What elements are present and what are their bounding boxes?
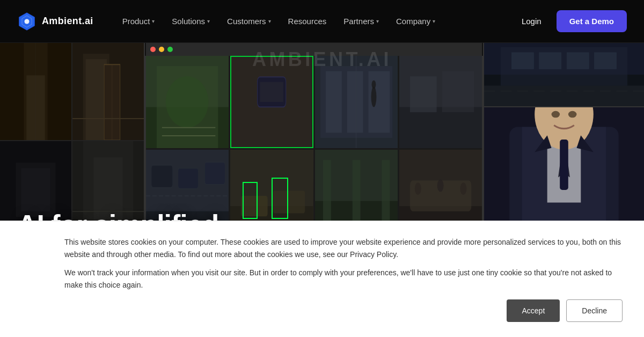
navbar: Ambient.ai Product ▾ Solutions ▾ Custome… bbox=[0, 0, 644, 43]
cam-cell-2 bbox=[72, 43, 144, 140]
nav-resources-label: Resources bbox=[288, 17, 327, 26]
svg-point-70 bbox=[437, 179, 443, 192]
logo[interactable]: Ambient.ai bbox=[17, 12, 93, 31]
cookie-text-secondary: We won't track your information when you… bbox=[64, 267, 623, 291]
svg-rect-102 bbox=[511, 53, 533, 69]
svg-rect-47 bbox=[399, 107, 482, 148]
svg-rect-54 bbox=[178, 168, 199, 188]
svg-rect-96 bbox=[560, 140, 568, 190]
svg-rect-5 bbox=[26, 75, 45, 140]
svg-point-2 bbox=[25, 19, 30, 24]
nav-partners-label: Partners bbox=[343, 17, 374, 26]
grid-cell-1 bbox=[146, 56, 229, 148]
svg-rect-105 bbox=[595, 53, 617, 69]
grid-cell-4 bbox=[399, 56, 482, 148]
nav-company[interactable]: Company ▾ bbox=[389, 12, 443, 30]
cookie-text-primary: This website stores cookies on your comp… bbox=[64, 236, 623, 260]
nav-product-label: Product bbox=[122, 17, 150, 26]
svg-rect-53 bbox=[151, 165, 173, 188]
svg-point-32 bbox=[166, 76, 209, 128]
cookie-actions: Accept Decline bbox=[64, 299, 623, 322]
svg-point-69 bbox=[415, 182, 421, 195]
svg-rect-48 bbox=[410, 76, 437, 112]
top-right-cam bbox=[484, 43, 644, 107]
nav-customers[interactable]: Customers ▾ bbox=[219, 12, 279, 30]
svg-rect-55 bbox=[204, 162, 225, 185]
svg-point-44 bbox=[371, 86, 376, 107]
nav-solutions-label: Solutions bbox=[172, 17, 205, 26]
nav-company-label: Company bbox=[396, 17, 430, 26]
nav-actions: Login Get a Demo bbox=[515, 10, 627, 32]
get-demo-button[interactable]: Get a Demo bbox=[557, 10, 627, 32]
customers-chevron-icon: ▾ bbox=[268, 18, 271, 24]
svg-rect-41 bbox=[347, 71, 363, 133]
nav-resources[interactable]: Resources bbox=[281, 12, 334, 30]
brand-name: Ambient.ai bbox=[42, 16, 93, 27]
svg-point-95 bbox=[568, 111, 577, 118]
solutions-chevron-icon: ▾ bbox=[207, 18, 210, 24]
logo-icon bbox=[17, 12, 36, 31]
nav-customers-label: Customers bbox=[227, 17, 266, 26]
svg-rect-104 bbox=[567, 53, 589, 69]
svg-point-71 bbox=[460, 182, 466, 195]
svg-rect-37 bbox=[260, 82, 284, 102]
svg-rect-106 bbox=[484, 86, 644, 106]
accept-button[interactable]: Accept bbox=[507, 299, 560, 322]
cookie-banner: This website stores cookies on your comp… bbox=[0, 221, 644, 337]
nav-partners[interactable]: Partners ▾ bbox=[336, 12, 386, 30]
nav-links: Product ▾ Solutions ▾ Customers ▾ Resour… bbox=[115, 12, 515, 30]
svg-rect-9 bbox=[86, 59, 107, 140]
svg-rect-40 bbox=[325, 71, 341, 133]
nav-solutions[interactable]: Solutions ▾ bbox=[164, 12, 217, 30]
svg-rect-49 bbox=[442, 71, 474, 112]
partners-chevron-icon: ▾ bbox=[376, 18, 379, 24]
decline-button[interactable]: Decline bbox=[566, 299, 623, 322]
watermark-text: AMBIENT.AI bbox=[252, 48, 392, 71]
svg-point-94 bbox=[552, 111, 560, 118]
product-chevron-icon: ▾ bbox=[152, 18, 155, 24]
svg-rect-103 bbox=[539, 53, 561, 69]
svg-rect-15 bbox=[21, 169, 50, 212]
cam-cell-1 bbox=[0, 43, 71, 140]
nav-product[interactable]: Product ▾ bbox=[115, 12, 163, 30]
svg-point-45 bbox=[371, 80, 376, 89]
company-chevron-icon: ▾ bbox=[433, 18, 435, 24]
login-button[interactable]: Login bbox=[515, 12, 548, 30]
